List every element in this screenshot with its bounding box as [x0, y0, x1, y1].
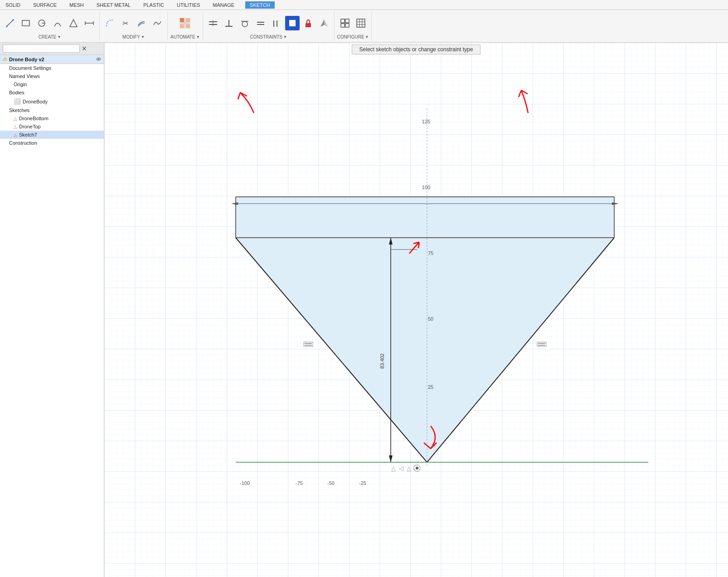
svg-text:-100: -100: [240, 480, 250, 486]
svg-rect-34: [345, 24, 349, 27]
modify-chevron: ▼: [141, 35, 145, 39]
toolbar-group-modify: ✂ MODIFY ▼: [100, 12, 168, 40]
svg-text:100: 100: [422, 185, 430, 190]
toolbar-group-configure: CONFIGURE ▼: [335, 12, 372, 40]
sketch-icon-7: △: [14, 132, 17, 137]
construction-label: Construction: [9, 140, 37, 146]
modify-label: MODIFY: [122, 34, 140, 39]
spline-btn[interactable]: [150, 16, 165, 30]
svg-text:-75: -75: [296, 480, 303, 486]
sidebar-item-sketches[interactable]: Sketches: [0, 106, 104, 114]
svg-rect-35: [357, 19, 365, 27]
svg-text:83.402: 83.402: [379, 353, 385, 369]
svg-text:25: 25: [428, 384, 433, 390]
menu-bar: SOLID SURFACE MESH SHEET METAL PLASTIC U…: [0, 0, 728, 10]
triangle-tool-btn[interactable]: [66, 16, 81, 30]
symmetry-constraint-btn[interactable]: [317, 16, 331, 30]
canvas-area[interactable]: △ ◁ △ 125 100 75 50 25 -75 -50 -25 -100 …: [104, 43, 728, 577]
svg-rect-12: [180, 24, 184, 28]
svg-text:50: 50: [428, 316, 433, 322]
svg-point-21: [242, 21, 248, 27]
automate-label: AUTOMATE: [170, 34, 195, 39]
menu-surface[interactable]: SURFACE: [31, 1, 58, 9]
svg-text:△: △: [391, 465, 396, 472]
horizontal-constraint-btn[interactable]: [206, 16, 220, 30]
sidebar-item-drone-body[interactable]: ⬜ DroneBody: [0, 97, 104, 106]
svg-point-0: [6, 25, 8, 27]
drone-top-label: DroneTop: [19, 124, 41, 129]
origin-label: Origin: [14, 82, 27, 87]
parallel-constraint-btn[interactable]: [269, 16, 284, 30]
canvas-svg: △ ◁ △ 125 100 75 50 25 -75 -50 -25 -100 …: [104, 43, 728, 577]
sidebar-close-btn[interactable]: ✕: [82, 45, 87, 52]
line-tool-btn[interactable]: [3, 16, 17, 30]
sidebar-item-document-settings[interactable]: Document Settings: [0, 64, 104, 72]
menu-plastic[interactable]: PLASTIC: [141, 1, 166, 9]
svg-rect-27: [289, 20, 296, 26]
toolbar-group-automate: AUTOMATE ▼: [168, 12, 203, 40]
named-views-label: Named Views: [9, 73, 40, 79]
svg-text:-25: -25: [359, 480, 366, 486]
automate-chevron: ▼: [196, 35, 200, 39]
sketch-icon-bottom: △: [14, 116, 17, 121]
svg-text:△: △: [407, 465, 411, 472]
sidebar-item-drone-top[interactable]: △ DroneTop: [0, 122, 104, 131]
svg-text:✂: ✂: [122, 20, 128, 27]
menu-utilities[interactable]: UTILITIES: [175, 1, 202, 9]
offset-btn[interactable]: [134, 16, 149, 30]
menu-manage[interactable]: MANAGE: [211, 1, 236, 9]
svg-rect-13: [186, 24, 190, 28]
svg-point-1: [12, 19, 14, 21]
doc-settings-label: Document Settings: [9, 65, 51, 71]
svg-rect-11: [186, 18, 190, 22]
sidebar-search-input[interactable]: [3, 44, 80, 53]
sidebar-item-bodies[interactable]: Bodies: [0, 88, 104, 97]
svg-text:◁: ◁: [399, 465, 403, 472]
warning-icon: ⚠: [3, 56, 7, 62]
constraints-label: CONSTRAINTS: [250, 34, 282, 39]
sidebar-item-origin[interactable]: Origin: [0, 80, 104, 88]
menu-mesh[interactable]: MESH: [68, 1, 86, 9]
sidebar-item-named-views[interactable]: Named Views: [0, 72, 104, 80]
toolbar-group-constraints: CONSTRAINTS ▼: [203, 12, 335, 40]
trim-btn[interactable]: ✂: [118, 16, 133, 30]
configure-chevron: ▼: [365, 35, 369, 39]
menu-sketch[interactable]: SKETCH: [245, 1, 275, 9]
configure-btn1[interactable]: [338, 16, 352, 30]
sidebar-item-sketch7[interactable]: △ Sketch7: [0, 131, 104, 139]
sketches-label: Sketches: [9, 108, 29, 113]
configure-table-btn[interactable]: [354, 16, 368, 30]
svg-rect-10: [180, 18, 184, 22]
svg-rect-33: [341, 24, 345, 27]
create-chevron: ▼: [57, 35, 61, 39]
svg-text:75: 75: [428, 250, 433, 256]
sidebar: ✕ ⚠ Drone Body v2 👁 Document Settings Na…: [0, 43, 104, 577]
span-tool-btn[interactable]: [82, 16, 97, 30]
sidebar-item-drone-bottom[interactable]: △ DroneBottom: [0, 114, 104, 122]
drone-bottom-label: DroneBottom: [19, 116, 49, 121]
document-eye-icon[interactable]: 👁: [96, 57, 101, 62]
equal-constraint-btn[interactable]: [253, 16, 268, 30]
svg-rect-57: [304, 342, 313, 347]
tangent-constraint-btn[interactable]: [238, 16, 252, 30]
lock-constraint-btn[interactable]: [301, 16, 315, 30]
menu-solid[interactable]: SOLID: [4, 1, 22, 9]
sidebar-search-bar: ✕: [0, 43, 104, 55]
menu-sheet-metal[interactable]: SHEET METAL: [95, 1, 132, 9]
perpendicular-constraint-btn[interactable]: [222, 16, 236, 30]
rectangle-tool-btn[interactable]: [19, 16, 33, 30]
main-area: ✕ ⚠ Drone Body v2 👁 Document Settings Na…: [0, 43, 728, 577]
sidebar-item-construction[interactable]: Construction: [0, 139, 104, 147]
fillet-btn[interactable]: [102, 16, 117, 30]
svg-rect-32: [345, 19, 349, 23]
circle-tool-btn[interactable]: [34, 16, 49, 30]
svg-text:-50: -50: [327, 480, 335, 486]
svg-rect-28: [306, 23, 311, 27]
coincident-constraint-btn[interactable]: [285, 16, 300, 30]
arc-tool-btn[interactable]: [50, 16, 65, 30]
svg-point-67: [416, 467, 418, 469]
document-title-text: Drone Body v2: [9, 57, 44, 62]
sidebar-document-title[interactable]: ⚠ Drone Body v2 👁: [0, 55, 104, 64]
automate-pattern-btn[interactable]: [178, 16, 192, 30]
sketch-icon-top: △: [14, 124, 17, 129]
